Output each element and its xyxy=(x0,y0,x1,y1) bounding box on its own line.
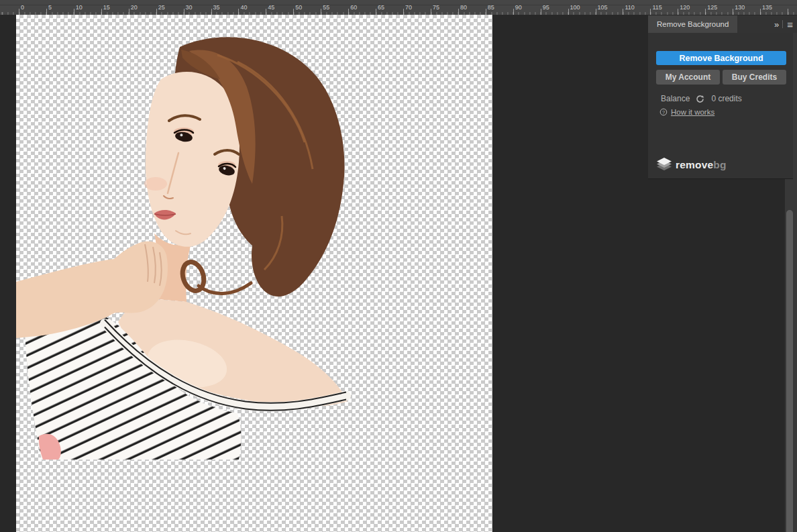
ruler-major-tick xyxy=(376,9,376,15)
ruler-major-tick xyxy=(403,9,404,15)
ruler-major-tick xyxy=(211,9,212,15)
buy-credits-button[interactable]: Buy Credits xyxy=(723,70,786,85)
ruler-major-tick xyxy=(678,9,678,15)
ruler-major-tick xyxy=(568,9,569,15)
ruler-label: 95 xyxy=(543,4,549,11)
ruler-major-tick xyxy=(74,9,74,15)
ruler-label: 35 xyxy=(213,4,220,11)
ruler-major-tick xyxy=(348,9,349,15)
subject-photo xyxy=(16,15,492,532)
collapse-panel-icon[interactable]: » xyxy=(774,19,778,30)
ruler-label: 135 xyxy=(762,4,772,11)
ruler-label: 70 xyxy=(405,4,412,11)
ruler-label: 20 xyxy=(131,4,138,11)
svg-text:?: ? xyxy=(662,109,665,115)
how-it-works-link[interactable]: How it works xyxy=(671,108,714,116)
ruler-label: 75 xyxy=(433,4,439,11)
ruler-label: 40 xyxy=(240,4,247,11)
ruler-label: 45 xyxy=(268,4,274,11)
panel-body: Remove Background My Account Buy Credits… xyxy=(648,33,793,179)
logo-text-remove: remove xyxy=(676,159,713,170)
ruler-label: 5 xyxy=(48,4,52,11)
ruler-major-tick xyxy=(293,9,294,15)
removebg-logo: removebg xyxy=(656,158,727,172)
help-question-icon[interactable]: ? xyxy=(659,108,668,116)
ruler-label: 85 xyxy=(488,4,494,11)
vertical-scrollbar-thumb[interactable] xyxy=(786,210,793,532)
removebg-layers-icon xyxy=(656,158,672,172)
document-canvas[interactable] xyxy=(16,15,492,532)
ruler-label: 80 xyxy=(460,4,467,11)
ruler-major-tick xyxy=(705,9,706,15)
ruler-label: 55 xyxy=(323,4,329,11)
balance-value: 0 credits xyxy=(711,94,741,103)
ruler-label: 25 xyxy=(158,4,165,11)
balance-label: Balance xyxy=(661,94,690,103)
ruler-major-tick xyxy=(156,9,157,15)
ruler-label: 120 xyxy=(680,4,690,11)
ruler-major-tick xyxy=(623,9,623,15)
refresh-balance-icon[interactable] xyxy=(696,95,704,103)
ruler-label: 30 xyxy=(186,4,193,11)
panel-menu-icon[interactable]: ≡ xyxy=(787,19,793,30)
ruler-label: 105 xyxy=(598,4,608,11)
ruler-major-tick xyxy=(596,9,596,15)
my-account-button[interactable]: My Account xyxy=(656,70,720,85)
tab-remove-background[interactable]: Remove Background xyxy=(648,15,737,33)
ruler-major-tick xyxy=(733,9,733,15)
ruler-major-tick xyxy=(238,9,239,15)
ruler-major-tick xyxy=(321,9,321,15)
ruler-major-tick xyxy=(184,9,184,15)
ruler-label: 115 xyxy=(652,4,661,11)
ruler-label: 100 xyxy=(570,4,580,11)
ruler-major-tick xyxy=(458,9,459,15)
panel-tab-bar: Remove Background » ≡ xyxy=(648,15,797,33)
ruler-label: 60 xyxy=(350,4,357,11)
ruler-major-tick xyxy=(788,9,788,15)
horizontal-ruler[interactable]: 0510152025303540455055606570758085909510… xyxy=(0,0,797,15)
ruler-major-tick xyxy=(486,9,486,15)
ruler-major-tick xyxy=(266,9,266,15)
tab-separator xyxy=(782,20,783,28)
ruler-major-tick xyxy=(19,9,19,15)
ruler-label: 130 xyxy=(735,4,745,11)
ruler-label: 50 xyxy=(295,4,302,11)
ruler-major-tick xyxy=(541,9,541,15)
ruler-major-tick xyxy=(760,9,761,15)
remove-background-button[interactable]: Remove Background xyxy=(656,51,786,65)
ruler-major-tick xyxy=(129,9,129,15)
ruler-label: 90 xyxy=(515,4,522,11)
ruler-label: 125 xyxy=(707,4,717,11)
logo-text-bg: bg xyxy=(713,159,726,170)
ruler-major-tick xyxy=(46,9,47,15)
ruler-divider xyxy=(0,5,797,5)
ruler-label: 0 xyxy=(21,4,24,11)
ruler-label: 15 xyxy=(103,4,110,11)
ruler-label: 110 xyxy=(625,4,634,11)
ruler-major-tick xyxy=(650,9,651,15)
ruler-label: 10 xyxy=(76,4,83,11)
ruler-major-tick xyxy=(513,9,514,15)
remove-background-panel: Remove Background » ≡ Remove Background … xyxy=(648,15,797,179)
ruler-major-tick xyxy=(431,9,431,15)
ruler-label: 65 xyxy=(378,4,384,11)
ruler-major-tick xyxy=(101,9,102,15)
